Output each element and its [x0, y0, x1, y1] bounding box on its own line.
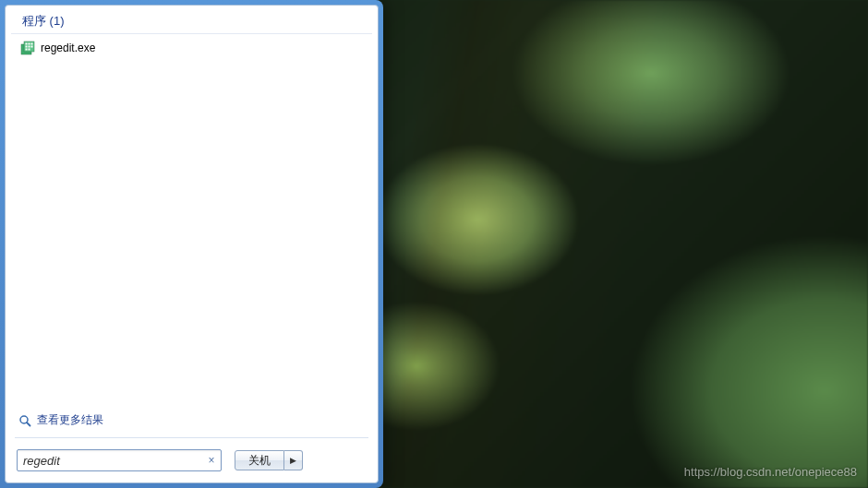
result-label: regedit.exe [41, 42, 95, 54]
shutdown-button-group: 关机 ▶ [235, 450, 303, 470]
svg-rect-5 [26, 46, 28, 48]
section-header-programs: 程序 (1) [11, 6, 372, 34]
svg-rect-9 [29, 49, 30, 51]
magnifier-icon [18, 414, 31, 427]
clear-search-icon[interactable]: × [205, 454, 218, 467]
svg-line-11 [27, 423, 30, 426]
start-menu-footer: × 关机 ▶ [6, 440, 378, 482]
regedit-icon [20, 41, 35, 55]
see-more-results-link[interactable]: 查看更多结果 [6, 405, 378, 435]
shutdown-options-button[interactable]: ▶ [284, 450, 303, 470]
search-results-list: regedit.exe [6, 38, 378, 405]
svg-rect-6 [29, 46, 30, 48]
svg-rect-4 [31, 43, 33, 45]
svg-rect-7 [31, 46, 33, 48]
search-input[interactable] [17, 449, 222, 471]
svg-rect-8 [26, 49, 28, 51]
svg-rect-3 [29, 43, 30, 45]
result-item-regedit[interactable]: regedit.exe [11, 38, 372, 58]
search-box: × [17, 449, 222, 471]
svg-rect-2 [26, 43, 28, 45]
start-menu-body: 程序 (1) re [5, 5, 379, 483]
see-more-label: 查看更多结果 [37, 412, 103, 428]
divider [15, 437, 368, 438]
watermark-text: https://blog.csdn.net/onepiece88 [684, 465, 857, 479]
shutdown-button[interactable]: 关机 [235, 450, 284, 470]
start-menu-panel: 程序 (1) re [0, 0, 383, 488]
